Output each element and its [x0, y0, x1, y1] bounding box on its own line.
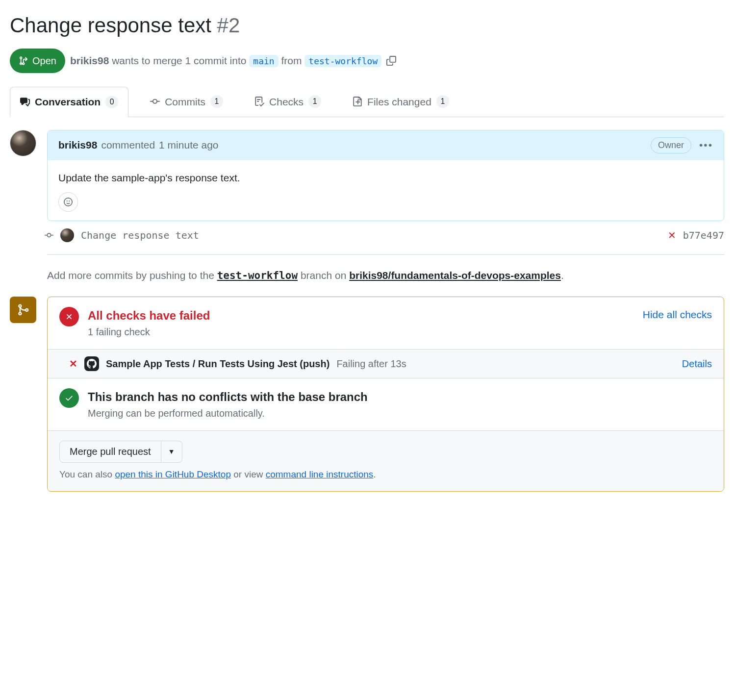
check-details-link[interactable]: Details [682, 356, 712, 371]
push-hint-branch: test-workflow [217, 270, 298, 281]
success-status-icon [59, 388, 79, 408]
github-logo-icon [84, 356, 99, 371]
timeline-commit: Change response text ✕ b77e497 [47, 221, 724, 250]
avatar[interactable] [10, 130, 36, 156]
checklist-icon [254, 97, 264, 106]
x-icon: ✕ [69, 356, 77, 371]
state-badge: Open [10, 49, 65, 73]
command-line-instructions-link[interactable]: command line instructions [266, 469, 374, 479]
check-name: Sample App Tests / Run Tests Using Jest … [106, 356, 329, 371]
fail-status-icon [59, 307, 79, 326]
divider [47, 254, 724, 255]
merge-status-box: All checks have failed 1 failing check H… [47, 297, 724, 492]
comment-time[interactable]: 1 minute ago [159, 137, 218, 153]
smiley-icon [64, 198, 73, 206]
pr-comment: brikis98 commented 1 minute ago Owner ••… [47, 130, 724, 222]
merge-status-badge [10, 297, 36, 323]
hide-checks-link[interactable]: Hide all checks [643, 307, 712, 323]
tab-bar: Conversation 0 Commits 1 Checks 1 Files … [10, 87, 724, 117]
pr-meta-row: Open brikis98 wants to merge 1 commit in… [10, 49, 724, 73]
tab-checks[interactable]: Checks 1 [245, 87, 331, 117]
pr-author[interactable]: brikis98 [70, 55, 109, 66]
check-status: Failing after 13s [336, 356, 406, 371]
pr-title: Change response text #2 [10, 10, 724, 41]
commit-icon [45, 231, 53, 240]
owner-badge: Owner [651, 137, 691, 153]
push-hint: Add more commits by pushing to the test-… [47, 268, 724, 284]
pr-meta-text: brikis98 wants to merge 1 commit into ma… [70, 53, 381, 69]
files-count: 1 [436, 95, 449, 108]
pr-number: #2 [217, 14, 240, 37]
commit-sha[interactable]: b77e497 [683, 228, 724, 243]
commit-message[interactable]: Change response text [81, 228, 199, 243]
checks-count: 1 [308, 95, 321, 108]
checks-subtitle: 1 failing check [88, 325, 634, 339]
state-label: Open [32, 53, 56, 68]
merge-options-dropdown[interactable]: ▼ [161, 441, 182, 463]
check-item: ✕ Sample App Tests / Run Tests Using Jes… [48, 350, 724, 378]
add-reaction-button[interactable] [58, 192, 78, 212]
tab-files-changed[interactable]: Files changed 1 [343, 87, 459, 117]
avatar[interactable] [60, 228, 74, 242]
file-diff-icon [353, 97, 362, 106]
conversation-count: 0 [105, 96, 118, 108]
conflict-subtitle: Merging can be performed automatically. [88, 406, 712, 421]
comment-body: Update the sample-app's response text. [48, 160, 724, 193]
base-branch[interactable]: main [249, 55, 278, 67]
git-merge-icon [17, 303, 29, 316]
merge-footnote: You can also open this in GitHub Desktop… [59, 468, 712, 482]
tab-commits[interactable]: Commits 1 [140, 87, 233, 117]
head-branch[interactable]: test-workflow [304, 55, 381, 67]
merge-pull-request-button[interactable]: Merge pull request [59, 441, 161, 463]
kebab-icon[interactable]: ••• [699, 137, 713, 153]
comment-author[interactable]: brikis98 [58, 137, 97, 153]
checks-summary-panel: All checks have failed 1 failing check H… [48, 297, 724, 350]
commit-icon [150, 97, 160, 106]
merge-action-panel: Merge pull request ▼ You can also open t… [48, 431, 724, 492]
open-in-desktop-link[interactable]: open this in GitHub Desktop [115, 469, 231, 479]
failed-check-icon[interactable]: ✕ [668, 228, 676, 243]
comment-discussion-icon [20, 97, 30, 107]
tab-conversation[interactable]: Conversation 0 [10, 87, 128, 117]
checks-title: All checks have failed [88, 307, 634, 325]
conflict-title: This branch has no conflicts with the ba… [88, 388, 712, 406]
pull-request-icon [19, 56, 28, 66]
commits-count: 1 [210, 95, 223, 108]
conflict-panel: This branch has no conflicts with the ba… [48, 378, 724, 431]
repo-link[interactable]: brikis98/fundamentals-of-devops-examples [349, 270, 561, 281]
pr-title-text: Change response text [10, 14, 211, 37]
copy-icon[interactable] [386, 56, 396, 66]
